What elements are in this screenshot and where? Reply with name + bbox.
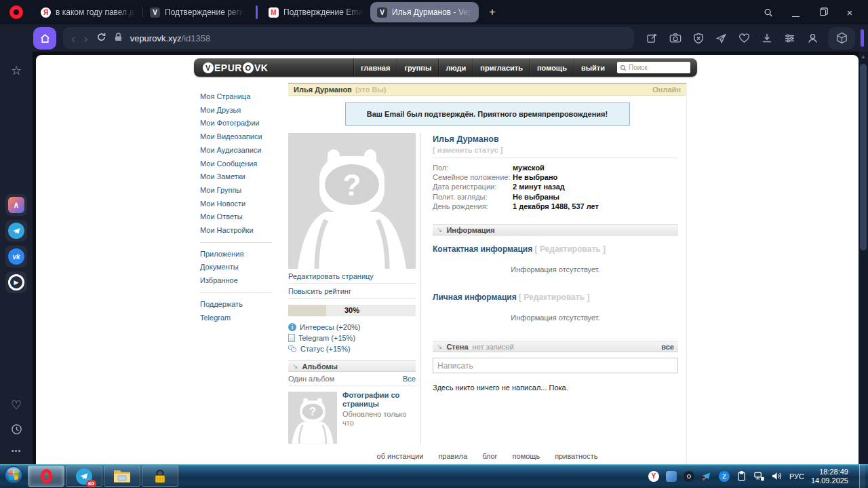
album-title-link[interactable]: Фотографии со страницы xyxy=(342,391,416,409)
tab-active-profile[interactable]: V Илья Дурманов - VepurO xyxy=(370,2,479,22)
taskbar-clock[interactable]: 18:28:49 14.09.2025 xyxy=(811,468,852,485)
tray-clipboard-icon[interactable] xyxy=(736,471,747,482)
change-status-link[interactable]: [ изменить статус ] xyxy=(433,146,678,154)
extensions-cube-button[interactable] xyxy=(828,27,855,50)
avatar-placeholder[interactable]: ? xyxy=(288,133,416,269)
language-indicator[interactable]: РУС xyxy=(789,472,804,481)
scrollbar-thumb[interactable] xyxy=(860,64,867,250)
show-desktop-button[interactable] xyxy=(859,464,865,488)
menu-my-settings[interactable]: Мои Настройки xyxy=(200,224,279,238)
back-icon[interactable]: ‹ xyxy=(71,32,75,45)
nav-people[interactable]: люди xyxy=(438,58,473,77)
likes-heart-icon[interactable]: ♡ xyxy=(5,394,27,416)
menu-my-news[interactable]: Мои Новости xyxy=(200,198,279,211)
menu-favorites[interactable]: Избранное xyxy=(200,274,279,288)
menu-my-friends[interactable]: Мои Друзья xyxy=(200,104,279,117)
sidebar-app-vk[interactable]: vk xyxy=(5,246,27,267)
close-button[interactable]: × xyxy=(845,7,854,17)
site-search-input[interactable] xyxy=(629,64,686,71)
minimize-button[interactable] xyxy=(791,7,800,17)
album-item[interactable]: ? Фотографии со страницы Обновлено тольк… xyxy=(288,391,416,445)
nav-invite[interactable]: пригласить xyxy=(473,58,530,77)
personal-edit-link[interactable]: [ Редактировать ] xyxy=(519,293,589,302)
sidebar-app-telegram[interactable] xyxy=(5,220,27,242)
footer-about[interactable]: об инстанции xyxy=(377,452,424,460)
lock-icon[interactable] xyxy=(115,32,122,44)
menu-donate[interactable]: Поддержать xyxy=(200,298,279,312)
tray-devices-icon[interactable] xyxy=(666,471,677,482)
taskbar-explorer-button[interactable] xyxy=(104,466,140,487)
reload-icon[interactable] xyxy=(96,32,106,45)
menu-my-videos[interactable]: Мои Видеозаписи xyxy=(200,130,279,144)
tray-yandex-icon[interactable]: Y xyxy=(648,471,659,482)
site-search-box[interactable] xyxy=(617,62,690,73)
boost-status-link[interactable]: Статус (+15%) xyxy=(288,345,416,353)
edit-page-link[interactable]: Редактировать страницу xyxy=(288,269,416,284)
footer-privacy[interactable]: приватность xyxy=(555,452,597,460)
flow-send-icon[interactable] xyxy=(715,33,727,44)
sidebar-toggle-bar[interactable] xyxy=(861,29,864,47)
nav-groups[interactable]: группы xyxy=(397,58,438,77)
profile-icon[interactable] xyxy=(807,33,818,44)
page-scrollbar[interactable]: ▲ xyxy=(859,52,868,464)
albums-all-link[interactable]: Все xyxy=(403,375,416,383)
profile-fields: Пол:мужской Семейное положение:Не выбран… xyxy=(433,163,678,211)
footer-rules[interactable]: правила xyxy=(438,452,467,460)
compose-icon[interactable] xyxy=(646,33,658,44)
sidebar-more-dots[interactable]: ••• xyxy=(5,440,27,462)
nav-help[interactable]: помощь xyxy=(530,58,574,77)
tab-registration-confirm[interactable]: V Подтверждение регистра xyxy=(143,2,252,22)
settings-tweaks-icon[interactable] xyxy=(784,33,795,43)
menu-apps[interactable]: Приложения xyxy=(200,248,279,261)
wall-post-input[interactable] xyxy=(433,358,678,373)
home-button[interactable] xyxy=(33,27,56,50)
menu-my-groups[interactable]: Мои Группы xyxy=(200,184,279,198)
adblock-shield-icon[interactable] xyxy=(693,33,704,44)
bookmark-heart-icon[interactable] xyxy=(738,33,750,43)
tray-telegram-icon[interactable] xyxy=(701,471,712,482)
downloads-icon[interactable] xyxy=(762,33,772,44)
menu-my-page[interactable]: Моя Страница xyxy=(200,90,279,104)
opera-menu-button[interactable] xyxy=(9,5,23,19)
nav-main[interactable]: главная xyxy=(353,58,397,77)
menu-my-messages[interactable]: Мои Сообщения xyxy=(200,157,279,171)
footer-help[interactable]: помощь xyxy=(513,452,540,460)
wall-all-link[interactable]: все xyxy=(661,343,674,351)
boost-interests-link[interactable]: i Интересы (+20%) xyxy=(288,323,416,331)
sidebar-app-player[interactable]: ▶ xyxy=(5,271,27,293)
album-thumbnail[interactable]: ? xyxy=(288,391,337,445)
menu-documents[interactable]: Документы xyxy=(200,261,279,274)
taskbar-opera-button[interactable] xyxy=(28,466,64,487)
new-tab-button[interactable]: + xyxy=(484,4,500,20)
taskbar-telegram-button[interactable]: 60 xyxy=(66,466,102,487)
tab-gmail[interactable]: M Подтверждение Email - с xyxy=(262,2,370,22)
tab-search-icon[interactable] xyxy=(764,7,773,17)
menu-my-answers[interactable]: Мои Ответы xyxy=(200,210,279,224)
bookmarks-star-icon[interactable]: ☆ xyxy=(5,60,27,81)
tray-volume-icon[interactable] xyxy=(772,471,783,482)
start-button[interactable] xyxy=(4,466,23,487)
footer-blog[interactable]: блог xyxy=(482,452,497,460)
restore-button[interactable] xyxy=(818,7,827,17)
tray-z-app-icon[interactable]: Z xyxy=(719,471,730,482)
tray-network-icon[interactable] xyxy=(754,471,765,482)
raise-rating-link[interactable]: Повысить рейтинг xyxy=(288,284,416,299)
taskbar-lock-app-button[interactable] xyxy=(142,466,178,487)
url-field[interactable]: ‹ › vepurovk.xyz/id1358 xyxy=(63,27,634,49)
sidebar-app-gradient[interactable]: ∧ xyxy=(5,194,27,216)
contact-edit-link[interactable]: [ Редактировать ] xyxy=(535,244,606,254)
history-clock-icon[interactable] xyxy=(5,418,27,440)
tray-steam-icon[interactable] xyxy=(684,471,694,482)
menu-my-notes[interactable]: Мои Заметки xyxy=(200,170,279,184)
forward-icon[interactable]: › xyxy=(83,32,87,45)
site-logo[interactable]: VEPUROVK xyxy=(202,62,268,73)
email-confirmed-notice: Ваш Email был подтверждён. Приятного вре… xyxy=(345,102,630,126)
scrollbar-up-arrow[interactable]: ▲ xyxy=(859,54,868,60)
tab-yandex-search[interactable]: Я в каком году павел дуро xyxy=(34,2,142,22)
menu-my-audios[interactable]: Мои Аудиозаписи xyxy=(200,144,279,157)
boost-telegram-link[interactable]: Telegram (+15%) xyxy=(288,334,416,342)
menu-telegram[interactable]: Telegram xyxy=(200,312,279,325)
snapshot-camera-icon[interactable] xyxy=(669,33,682,43)
menu-my-photos[interactable]: Мои Фотографии xyxy=(200,117,279,130)
nav-logout[interactable]: выйти xyxy=(574,58,612,77)
